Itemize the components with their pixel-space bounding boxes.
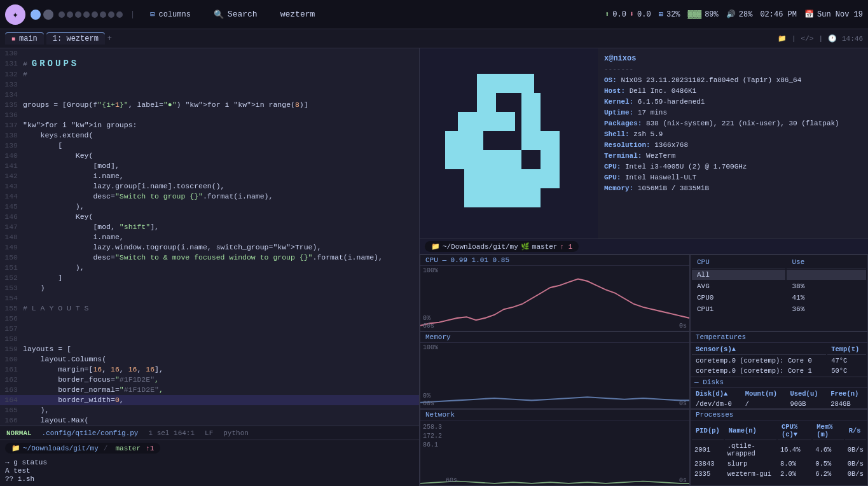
line-number: 166	[0, 415, 23, 426]
sysinfo-field: Memory: 1056MiB / 3835MiB	[604, 183, 862, 194]
memory-sparkline	[420, 343, 689, 408]
line-number: 156	[0, 314, 23, 324]
svg-rect-11	[483, 150, 502, 169]
sysinfo-field: OS: NixOS 23.11.20231102.fa804ed (Tapir)…	[604, 75, 862, 86]
divider1: |	[792, 35, 796, 43]
volume-icon: 🔊	[726, 10, 736, 19]
process-table-row: 2001 .qtile-wrapped 16.4% 4.6% 0B/s	[692, 441, 866, 458]
code-line: 143 lazy.group[i.name].toscreen(),	[0, 181, 419, 191]
line-content: [	[23, 141, 419, 151]
code-line: 158	[0, 334, 419, 344]
code-icon: </>	[801, 35, 814, 43]
calendar-icon: 📅	[804, 10, 814, 19]
line-content: i.name,	[23, 232, 419, 242]
code-line: 136	[0, 110, 419, 120]
line-content: margin=[16, 16, 16, 16],	[23, 364, 419, 375]
volume-stat: 🔊 28%	[726, 10, 753, 19]
code-line: 147 [mod, "shift"],	[0, 222, 419, 232]
code-line: 165 ),	[0, 405, 419, 415]
line-content: desc="Switch to & move focused window to…	[23, 253, 419, 263]
battery-stat: ▓▓▓ 89%	[688, 10, 719, 19]
columns-button[interactable]: ⊟ columns	[142, 7, 198, 22]
cpu-table-row: AVG 38%	[692, 281, 866, 291]
memory-panel: Memory 100% 0% 60s 0s	[420, 331, 690, 408]
circle-blue	[31, 10, 41, 20]
line-number: 162	[0, 375, 23, 385]
search-button[interactable]: 🔍 Search	[203, 7, 268, 22]
line-content: #	[23, 69, 419, 80]
tab-main[interactable]: ■ main	[5, 32, 44, 45]
line-number: 138	[0, 130, 23, 141]
line-content	[23, 324, 419, 334]
svg-rect-5	[477, 112, 496, 131]
code-line: 140 Key(	[0, 151, 419, 161]
sysinfo-field: Uptime: 17 mins	[604, 108, 862, 118]
new-tab-button[interactable]: +	[107, 34, 112, 43]
cpu-table-row: CPU1 36%	[692, 304, 866, 314]
language: python	[223, 429, 249, 437]
line-content: lazy.group[i.name].toscreen(),	[23, 181, 419, 191]
metrics-grid: CPU — 0.99 1.01 0.85 100% 0% 60s 0s	[420, 254, 868, 486]
processes-panel: Processes PID(p) Name(n) CPU%(c)▼ Mem%(m…	[690, 409, 868, 486]
line-content: keys.extend(	[23, 130, 419, 141]
disk-table-row: /dev/dm-0 / 90GB 284GB	[692, 399, 866, 408]
line-number: 153	[0, 283, 23, 293]
topbar-stats: ⬆ 0.0 ⬇ 0.0 ⊞ 32% ▓▓▓ 89% 🔊 28% 02:46 PM…	[605, 10, 863, 19]
svg-rect-18	[521, 112, 541, 131]
arrow-down-icon: ⬇	[630, 10, 634, 19]
line-content: layout.Columns(	[23, 354, 419, 364]
tab-main-label: main	[19, 34, 38, 43]
divider2: |	[818, 35, 823, 43]
network-header: Network	[420, 410, 689, 420]
battery-icon: ▓▓▓	[688, 10, 702, 19]
tabbar-right: 📁 | </> | 🕐 14:46	[778, 34, 863, 43]
line-number: 159	[0, 344, 23, 354]
line-number: 137	[0, 120, 23, 130]
network-graph: 258.3 172.2 86.1 60s 0s	[420, 420, 689, 485]
workspace-dots	[59, 11, 123, 18]
line-content	[23, 110, 419, 120]
code-editor[interactable]: 130131# GROUPS132#133134135groups = [Gro…	[0, 48, 420, 440]
line-content: border_focus="#1F1D2E",	[23, 375, 419, 385]
cpu-sparkline	[420, 266, 689, 331]
cpu-icon: ⊞	[659, 10, 663, 19]
folder-icon: 📁	[11, 444, 20, 452]
code-line: 161 margin=[16, 16, 16, 16],	[0, 364, 419, 375]
cpu-graph: 100% 0% 60s 0s	[420, 266, 689, 331]
sysinfo-field: Packages: 838 (nix-system), 221 (nix-use…	[604, 118, 862, 129]
svg-rect-26	[464, 188, 483, 207]
topbar: ✦ | ⊟ columns 🔍 Search wezterm ⬆ 0.0 ⬇ 0…	[0, 0, 868, 29]
line-number: 152	[0, 273, 23, 283]
line-content	[23, 48, 419, 59]
git-bar-right: 📁 ~/Downloads/git/my 🌿 master ↑ 1	[420, 239, 868, 254]
line-number: 133	[0, 80, 23, 90]
svg-rect-7	[445, 131, 464, 150]
git-status-line-2: A test	[5, 467, 414, 475]
disks-header: — Disks	[691, 377, 867, 388]
svg-rect-6	[496, 112, 515, 131]
line-content: border_normal="#1F1D2E",	[23, 385, 419, 395]
code-line: 152 ]	[0, 273, 419, 283]
svg-rect-9	[445, 150, 464, 169]
line-content	[23, 90, 419, 100]
line-content	[23, 80, 419, 90]
tab-wezterm[interactable]: 1: wezterm	[46, 32, 105, 45]
line-number: 165	[0, 405, 23, 415]
git-path-bar: 📁 ~/Downloads/git/my / master ↑1	[5, 443, 160, 454]
disk-table: Disk(d)▲ Mount(m) Used(u) Free(n) /dev/d…	[691, 388, 867, 408]
network-panel: Network 258.3 172.2 86.1 60s 0s	[420, 409, 690, 486]
svg-rect-8	[464, 131, 483, 150]
sysinfo-field: GPU: Intel Haswell-ULT	[604, 172, 862, 183]
sysinfo-field: CPU: Intel i3-4005U (2) @ 1.700GHz	[604, 162, 862, 172]
code-line: 134	[0, 90, 419, 100]
main-layout: 130131# GROUPS132#133134135groups = [Gro…	[0, 48, 868, 486]
line-content	[23, 334, 419, 344]
cpu-header: CPU — 0.99 1.01 0.85	[420, 255, 689, 266]
line-content: Key(	[23, 212, 419, 222]
code-line: 130	[0, 48, 419, 59]
line-number: 148	[0, 232, 23, 242]
cpu-stat: ⊞ 32%	[659, 10, 680, 19]
line-number: 163	[0, 385, 23, 395]
memory-graph: 100% 0% 60s 0s	[420, 343, 689, 408]
line-number: 146	[0, 212, 23, 222]
